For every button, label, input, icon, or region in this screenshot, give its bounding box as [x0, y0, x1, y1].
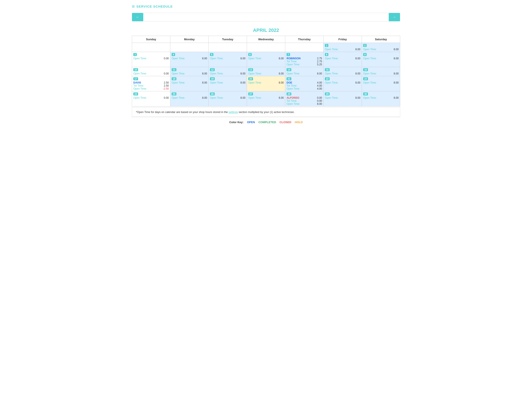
- next-month-button[interactable]: →: [389, 13, 400, 21]
- calendar-cell[interactable]: 29 Open Time: 8.00: [323, 91, 362, 106]
- open-time-val: -2.50: [162, 87, 169, 90]
- calendar-cell[interactable]: 19 Open Time: 8.00: [209, 76, 247, 91]
- person-name: DOE: [286, 81, 292, 84]
- open-time-label: Open Time:: [172, 81, 185, 84]
- calendar-cell[interactable]: 5 Open Time: 8.00: [209, 52, 247, 67]
- open-time-label: Open Time:: [172, 57, 185, 60]
- person-val: 2.75: [315, 57, 322, 60]
- open-time-label: Open Time:: [325, 96, 338, 99]
- calendar-cell[interactable]: 18 Open Time: 8.00: [170, 76, 209, 91]
- calendar-cell[interactable]: 11 Open Time: 8.00: [170, 67, 209, 76]
- open-time-label: Open Time:: [325, 81, 338, 84]
- calendar-cell[interactable]: 16 Open Time: 8.00: [362, 67, 400, 76]
- calendar-cell[interactable]: 13 Open Time: 8.00: [247, 67, 285, 76]
- calendar-cell[interactable]: 24 Open Time: 0.00: [132, 91, 170, 106]
- color-key-completed: COMPLETED: [258, 121, 276, 124]
- open-time-label: Open Time:: [210, 81, 223, 84]
- day-number: 6: [248, 53, 252, 56]
- open-time-val: 0.00: [162, 57, 169, 60]
- open-time-val: 8.00: [315, 72, 322, 75]
- calendar-cell[interactable]: 26 Open Time: 8.00: [209, 91, 247, 106]
- calendar-cell[interactable]: 21 DOE 4.00 Tot Time: 4.00 Open Time: 4.…: [285, 76, 323, 91]
- calendar-cell[interactable]: 6 Open Time: 8.00: [247, 52, 285, 67]
- open-time-label: Open Time:: [248, 81, 262, 84]
- day-number: 15: [325, 68, 330, 71]
- calendar-cell[interactable]: 2 Open Time: 8.00: [362, 43, 400, 52]
- open-time-val: 8.00: [392, 48, 399, 51]
- day-number: 24: [133, 92, 138, 96]
- day-number: 16: [363, 68, 368, 71]
- open-time-label: Open Time:: [363, 57, 377, 60]
- calendar-week-row: 1 Open Time: 8.00 2 Open Time: 8.00: [132, 43, 400, 52]
- day-number: 12: [210, 68, 215, 71]
- open-time-val: 8.00: [200, 72, 207, 75]
- open-time-label: Open Time:: [286, 87, 300, 90]
- calendar-cell[interactable]: 27 Open Time: 8.00: [247, 91, 285, 106]
- calendar-cell[interactable]: [170, 43, 209, 52]
- calendar-cell[interactable]: 28 ALFONSO 0.00 Tot Time: 0.00 Open Time…: [285, 91, 323, 106]
- calendar-week-row: 24 Open Time: 0.00 25 Open Time: 8.00 26…: [132, 91, 400, 106]
- open-time-label: Open Time:: [248, 72, 262, 75]
- open-time-label: Open Time:: [133, 96, 147, 99]
- calendar-cell[interactable]: 4 Open Time: 8.00: [170, 52, 209, 67]
- open-time-label: Open Time:: [325, 48, 338, 51]
- calendar-cell[interactable]: [285, 43, 323, 52]
- open-time-label: Open Time:: [363, 72, 377, 75]
- day-number: 29: [325, 92, 330, 96]
- color-key-closed: CLOSED: [280, 121, 291, 124]
- calendar-cell[interactable]: [209, 43, 247, 52]
- day-number: 18: [172, 77, 176, 80]
- open-time-val: 8.00: [238, 96, 246, 99]
- day-number: 5: [210, 53, 213, 56]
- footer-note: *Open Time for days on calendar are base…: [132, 107, 400, 117]
- day-number: 11: [172, 68, 176, 71]
- tot-time-label: Tot Time:: [286, 60, 297, 63]
- page-wrapper: ⊞ SERVICE SCHEDULE ← → APRIL 2022 Sunday…: [125, 0, 407, 132]
- open-time-val: 8.00: [353, 57, 360, 60]
- open-time-val: 8.00: [315, 102, 322, 106]
- calendar-cell[interactable]: 14 Open Time: 8.00: [285, 67, 323, 76]
- open-time-label: Open Time:: [210, 72, 223, 75]
- calendar-cell[interactable]: 12 Open Time: 8.00: [209, 67, 247, 76]
- calendar-cell[interactable]: 8 Open Time: 8.00: [323, 52, 362, 67]
- settings-link[interactable]: settings: [228, 111, 238, 114]
- header-saturday: Saturday: [362, 36, 400, 43]
- calendar-cell[interactable]: 30 Open Time: 8.00: [362, 91, 400, 106]
- calendar-cell[interactable]: 15 Open Time: 8.00: [323, 67, 362, 76]
- open-time-label: Open Time:: [286, 63, 300, 66]
- open-time-label: Open Time:: [286, 102, 300, 106]
- tot-time-label: Tot Time:: [286, 84, 297, 87]
- day-number: 4: [172, 53, 175, 56]
- calendar-cell[interactable]: 1 Open Time: 8.00: [323, 43, 362, 52]
- prev-month-button[interactable]: ←: [132, 13, 143, 21]
- header-wednesday: Wednesday: [247, 36, 285, 43]
- page-header: ⊞ SERVICE SCHEDULE: [132, 4, 400, 9]
- color-key-label: Color Key:: [229, 121, 244, 124]
- calendar-cell[interactable]: 22 Open Time: 8.00: [323, 76, 362, 91]
- calendar-cell[interactable]: 17 DAVIS 2.50 Tot Time: 2.50 Open Time: …: [132, 76, 170, 91]
- header-tuesday: Tuesday: [209, 36, 247, 43]
- person-val: 0.00: [315, 96, 322, 99]
- open-time-val: 8.00: [277, 96, 284, 99]
- calendar-cell[interactable]: 23 Open Time: 8.00: [362, 76, 400, 91]
- calendar-cell[interactable]: [132, 43, 170, 52]
- open-time-val: 8.00: [277, 57, 284, 60]
- calendar-cell[interactable]: 20 Open Time: 8.00: [247, 76, 285, 91]
- open-time-label: Open Time:: [363, 81, 377, 84]
- calendar-cell[interactable]: 10 Open Time: 0.00: [132, 67, 170, 76]
- calendar-cell[interactable]: [247, 43, 285, 52]
- open-time-val: 8.00: [200, 57, 207, 60]
- day-number: 9: [363, 53, 367, 56]
- day-number: 14: [286, 68, 291, 71]
- day-number: 8: [325, 53, 328, 56]
- calendar-cell[interactable]: 3 Open Time: 0.00: [132, 52, 170, 67]
- person-val: 2.50: [162, 81, 169, 84]
- open-time-label: Open Time:: [363, 48, 377, 51]
- calendar-cell[interactable]: 7 ROBINSON 2.75 Tot Time: 2.75 Open Time…: [285, 52, 323, 67]
- open-time-val: 8.00: [277, 72, 284, 75]
- tot-time-label: Tot Time:: [286, 99, 297, 102]
- calendar-cell[interactable]: 25 Open Time: 8.00: [170, 91, 209, 106]
- open-time-label: Open Time:: [133, 72, 147, 75]
- day-number: 22: [325, 77, 330, 80]
- calendar-cell[interactable]: 9 Open Time: 8.00: [362, 52, 400, 67]
